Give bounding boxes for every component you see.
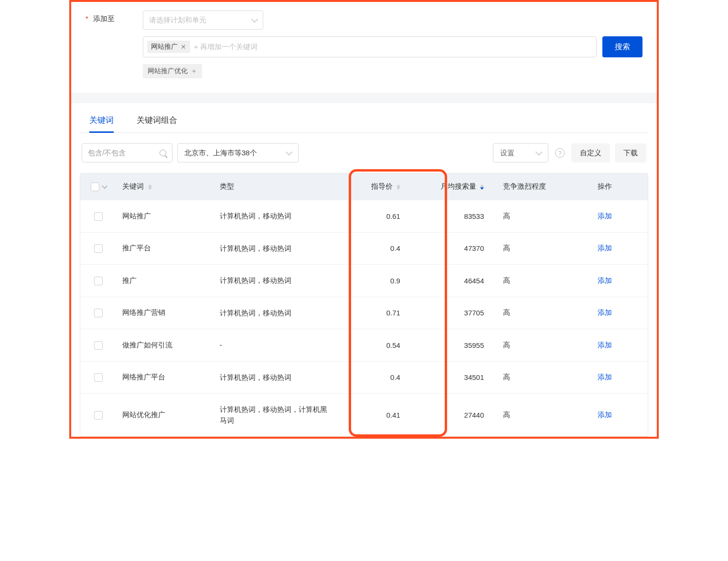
- plan-unit-select[interactable]: 请选择计划和单元: [143, 11, 263, 30]
- keywords-table: 关键词 类型 指导价: [80, 173, 648, 436]
- cell-price: 0.4: [334, 232, 419, 265]
- add-link[interactable]: 添加: [598, 244, 612, 252]
- table-row: 推广计算机热词，移动热词0.946454高添加: [80, 265, 648, 297]
- table-row: 网站推广计算机热词，移动热词0.6183533高添加: [80, 200, 648, 233]
- cell-type: 计算机热词，移动热词: [214, 265, 334, 297]
- chevron-down-icon: [535, 149, 542, 155]
- table-row: 推广平台计算机热词，移动热词0.447370高添加: [80, 232, 648, 265]
- plus-icon: ＋: [191, 67, 197, 76]
- header-monthly-volume[interactable]: 月均搜索量: [419, 173, 493, 200]
- sort-icon: [480, 184, 484, 190]
- cell-price: 0.71: [334, 297, 419, 329]
- cell-volume: 27440: [419, 394, 493, 437]
- tab-combinations[interactable]: 关键词组合: [137, 115, 177, 132]
- row-checkbox[interactable]: [94, 212, 103, 221]
- table-row: 网站优化推广计算机热词，移动热词，计算机黑马词0.4127440高添加: [80, 394, 648, 437]
- cell-keyword: 推广平台: [117, 232, 214, 265]
- tab-keywords[interactable]: 关键词: [89, 115, 114, 132]
- header-type: 类型: [214, 173, 334, 200]
- cell-type: 计算机热词，移动热词: [214, 200, 334, 233]
- cell-volume: 83533: [419, 200, 493, 233]
- section-divider: [71, 93, 657, 103]
- header-action: 操作: [562, 173, 648, 200]
- cell-keyword: 网络推广营销: [117, 297, 214, 329]
- cell-keyword: 推广: [117, 265, 214, 297]
- header-guide-price[interactable]: 指导价: [334, 173, 419, 200]
- cell-type: 计算机热词，移动热词: [214, 297, 334, 329]
- cell-volume: 37705: [419, 297, 493, 329]
- add-link[interactable]: 添加: [598, 410, 612, 419]
- add-link[interactable]: 添加: [598, 276, 612, 284]
- custom-button[interactable]: 自定义: [571, 143, 610, 162]
- cell-competition: 高: [493, 232, 562, 265]
- header-keyword[interactable]: 关键词: [117, 173, 214, 200]
- cell-keyword: 网站推广: [117, 200, 214, 233]
- region-select[interactable]: 北京市、上海市等38个: [177, 143, 299, 162]
- sort-icon: [396, 184, 400, 190]
- plan-placeholder: 请选择计划和单元: [149, 16, 206, 25]
- cell-competition: 高: [493, 361, 562, 394]
- cell-competition: 高: [493, 394, 562, 437]
- add-link[interactable]: 添加: [598, 308, 612, 316]
- cell-price: 0.4: [334, 361, 419, 394]
- header-competition: 竞争激烈程度: [493, 173, 562, 200]
- cell-competition: 高: [493, 265, 562, 297]
- row-checkbox[interactable]: [94, 244, 103, 253]
- settings-select[interactable]: 设置: [493, 143, 548, 162]
- cell-keyword: 做推广如何引流: [117, 329, 214, 362]
- cell-keyword: 网站优化推广: [117, 394, 214, 437]
- suggestion-tag[interactable]: 网站推广优化 ＋: [143, 64, 202, 78]
- cell-type: 计算机热词，移动热词: [214, 232, 334, 265]
- add-to-label: * 添加至: [86, 11, 143, 23]
- search-icon: [160, 150, 166, 156]
- table-row: 网络推广平台计算机热词，移动热词0.434501高添加: [80, 361, 648, 394]
- cell-price: 0.54: [334, 329, 419, 362]
- chevron-down-icon: [286, 149, 292, 155]
- keyword-tag: 网站推广 ✕: [147, 41, 190, 53]
- cell-competition: 高: [493, 200, 562, 233]
- row-checkbox[interactable]: [94, 341, 103, 350]
- cell-type: 计算机热词，移动热词: [214, 361, 334, 394]
- chevron-down-icon[interactable]: [102, 183, 107, 188]
- keyword-input[interactable]: 网站推广 ✕ + 再增加一个关键词: [143, 36, 597, 57]
- table-row: 网络推广营销计算机热词，移动热词0.7137705高添加: [80, 297, 648, 329]
- row-checkbox[interactable]: [94, 277, 103, 285]
- cell-volume: 46454: [419, 265, 493, 297]
- tag-remove-icon[interactable]: ✕: [181, 43, 186, 51]
- cell-volume: 35955: [419, 329, 493, 362]
- cell-price: 0.9: [334, 265, 419, 297]
- chevron-down-icon: [251, 16, 258, 22]
- add-link[interactable]: 添加: [598, 212, 612, 220]
- add-link[interactable]: 添加: [598, 341, 612, 349]
- row-checkbox[interactable]: [94, 373, 103, 382]
- help-icon[interactable]: ?: [555, 148, 565, 158]
- cell-competition: 高: [493, 329, 562, 362]
- cell-type: 计算机热词，移动热词，计算机黑马词: [214, 394, 334, 437]
- add-keyword-placeholder: + 再增加一个关键词: [194, 43, 257, 52]
- cell-volume: 47370: [419, 232, 493, 265]
- select-all-checkbox[interactable]: [91, 183, 99, 191]
- cell-competition: 高: [493, 297, 562, 329]
- row-checkbox[interactable]: [94, 309, 103, 317]
- sort-icon: [148, 184, 152, 190]
- cell-price: 0.41: [334, 394, 419, 437]
- add-link[interactable]: 添加: [598, 373, 612, 381]
- filter-input[interactable]: 包含/不包含: [82, 143, 172, 162]
- cell-price: 0.61: [334, 200, 419, 233]
- tabs: 关键词 关键词组合: [80, 103, 648, 133]
- filter-placeholder: 包含/不包含: [88, 149, 126, 158]
- cell-keyword: 网络推广平台: [117, 361, 214, 394]
- table-row: 做推广如何引流-0.5435955高添加: [80, 329, 648, 362]
- row-checkbox[interactable]: [94, 411, 103, 420]
- cell-volume: 34501: [419, 361, 493, 394]
- search-button[interactable]: 搜索: [602, 36, 642, 57]
- required-asterisk: *: [86, 14, 88, 22]
- download-button[interactable]: 下载: [615, 143, 646, 162]
- cell-type: -: [214, 329, 334, 362]
